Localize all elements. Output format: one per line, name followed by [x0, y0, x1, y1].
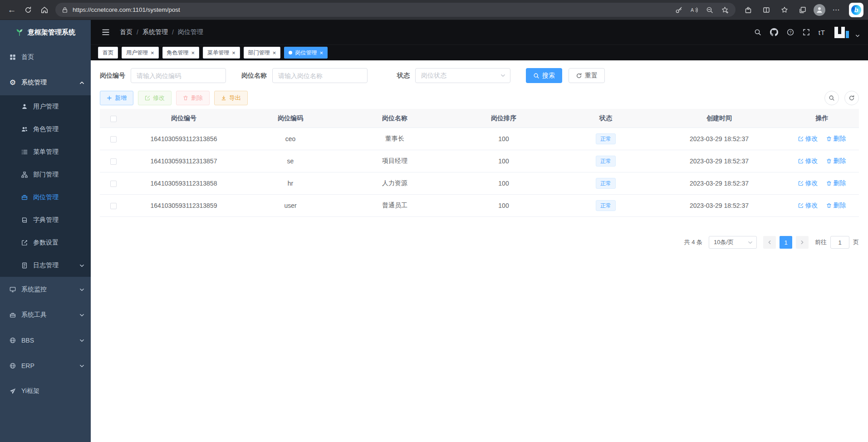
- briefcase-icon: [21, 194, 28, 201]
- sidebar-item-system-monitor[interactable]: 系统监控: [0, 277, 91, 302]
- row-checkbox[interactable]: [110, 158, 117, 165]
- prev-page-button[interactable]: [763, 236, 776, 249]
- page-content: 岗位编号 岗位名称 状态 岗位状态 搜索 重置: [91, 60, 868, 442]
- user-avatar-logo[interactable]: [834, 26, 849, 39]
- sidebar-item-dict-mgmt[interactable]: 字典管理: [0, 209, 91, 231]
- post-code-input[interactable]: [131, 68, 226, 83]
- chevron-down-icon: [79, 313, 84, 318]
- tab-user-mgmt[interactable]: 用户管理 ×: [122, 47, 159, 59]
- back-button[interactable]: ←: [4, 2, 20, 18]
- tab-close-icon[interactable]: ×: [273, 50, 276, 56]
- sidebar-item-post-mgmt[interactable]: 岗位管理: [0, 186, 91, 209]
- reset-button[interactable]: 重置: [569, 68, 605, 83]
- refresh-table-button[interactable]: [844, 91, 859, 105]
- cell-post-name: 董事长: [340, 135, 449, 143]
- globe-icon: [9, 362, 16, 369]
- tab-role-mgmt[interactable]: 角色管理 ×: [162, 47, 200, 59]
- github-link[interactable]: [770, 28, 778, 36]
- refresh-button[interactable]: [20, 2, 36, 18]
- site-info-lock-icon[interactable]: [62, 7, 68, 13]
- password-key-button[interactable]: [672, 4, 686, 16]
- cell-created: 2023-03-29 18:52:37: [653, 202, 785, 209]
- profile-avatar[interactable]: [814, 4, 825, 16]
- row-checkbox[interactable]: [110, 136, 117, 142]
- tab-post-mgmt-active[interactable]: 岗位管理 ×: [284, 47, 328, 59]
- settings-more-button[interactable]: ⋯: [828, 2, 844, 18]
- tab-dept-mgmt[interactable]: 部门管理 ×: [244, 47, 281, 59]
- table-row: 1641030593112313858 hr 人力资源 100 正常 2023-…: [100, 172, 859, 195]
- row-delete-link[interactable]: 删除: [826, 135, 846, 143]
- page-number-current[interactable]: 1: [780, 236, 792, 249]
- sidebar-item-param-settings[interactable]: 参数设置: [0, 231, 91, 254]
- next-page-button[interactable]: [796, 236, 809, 249]
- export-button[interactable]: 导出: [214, 91, 248, 105]
- delete-button[interactable]: 删除: [176, 91, 210, 105]
- row-edit-link[interactable]: 修改: [798, 179, 818, 187]
- goto-page-input[interactable]: [830, 236, 849, 249]
- tab-menu-mgmt[interactable]: 菜单管理 ×: [203, 47, 240, 59]
- row-checkbox[interactable]: [110, 203, 117, 209]
- collections-button[interactable]: [794, 2, 811, 18]
- breadcrumb-system-mgmt[interactable]: 系统管理: [142, 28, 168, 36]
- tab-label: 部门管理: [248, 49, 270, 57]
- row-delete-link[interactable]: 删除: [826, 179, 846, 187]
- address-bar[interactable]: https://ccnetcore.com:1101/system/post A: [55, 3, 736, 17]
- sidebar-item-bbs[interactable]: BBS: [0, 328, 91, 353]
- sidebar-item-system-tools[interactable]: 系统工具: [0, 302, 91, 328]
- add-favorite-button[interactable]: [718, 4, 732, 16]
- favorites-button[interactable]: [776, 2, 793, 18]
- sidebar-item-home[interactable]: 首页: [0, 44, 91, 70]
- status-badge: 正常: [596, 133, 616, 144]
- tab-close-icon[interactable]: ×: [151, 50, 154, 56]
- help-button[interactable]: ?: [787, 29, 794, 36]
- tab-home[interactable]: 首页: [98, 47, 118, 59]
- extensions-button[interactable]: [740, 2, 756, 18]
- sidebar-item-user-mgmt[interactable]: 用户管理: [0, 95, 91, 118]
- edit-button[interactable]: 修改: [138, 91, 172, 105]
- sidebar-item-menu-mgmt[interactable]: 菜单管理: [0, 141, 91, 163]
- sidebar-item-log-mgmt[interactable]: 日志管理: [0, 254, 91, 277]
- col-post-name: 岗位名称: [340, 114, 449, 123]
- row-delete-link[interactable]: 删除: [826, 157, 846, 165]
- copilot-button[interactable]: b: [849, 3, 863, 17]
- sidebar-toggle-button[interactable]: [98, 25, 113, 40]
- header-search-button[interactable]: [754, 29, 761, 36]
- font-size-button[interactable]: tT: [819, 29, 825, 36]
- row-edit-link[interactable]: 修改: [798, 201, 818, 210]
- tab-close-icon[interactable]: ×: [319, 50, 323, 56]
- tab-close-icon[interactable]: ×: [232, 50, 235, 56]
- home-button[interactable]: [36, 2, 53, 18]
- select-all-checkbox[interactable]: [110, 116, 117, 122]
- row-checkbox[interactable]: [110, 181, 117, 187]
- search-button[interactable]: 搜索: [526, 68, 562, 83]
- table-row: 1641030593112313857 se 项目经理 100 正常 2023-…: [100, 150, 859, 172]
- split-screen-button[interactable]: [758, 2, 775, 18]
- cell-post-sort: 100: [449, 202, 558, 209]
- sidebar-item-yi-framework[interactable]: Yi框架: [0, 378, 91, 404]
- sidebar-item-role-mgmt[interactable]: 角色管理: [0, 118, 91, 141]
- goto-page: 前往 页: [815, 236, 859, 249]
- zoom-button[interactable]: [703, 4, 716, 16]
- fullscreen-button[interactable]: [803, 29, 810, 36]
- row-delete-link[interactable]: 删除: [826, 201, 846, 210]
- breadcrumb-separator: /: [137, 29, 138, 36]
- read-aloud-button[interactable]: A: [687, 4, 701, 16]
- tab-close-icon[interactable]: ×: [191, 50, 195, 56]
- cell-post-name: 普通员工: [340, 201, 449, 210]
- page-size-select[interactable]: 10条/页: [709, 236, 757, 249]
- row-edit-link[interactable]: 修改: [798, 157, 818, 165]
- sidebar-item-system-mgmt[interactable]: ⚙ 系统管理: [0, 70, 91, 95]
- sidebar-item-erp[interactable]: ERP: [0, 353, 91, 378]
- split-screen-icon: [763, 6, 770, 14]
- breadcrumb-home[interactable]: 首页: [120, 28, 132, 36]
- chevron-left-icon: [767, 240, 772, 245]
- user-dropdown-caret-icon[interactable]: [855, 34, 860, 38]
- edit-button-label: 修改: [153, 94, 165, 102]
- table-row: 1641030593112313859 user 普通员工 100 正常 202…: [100, 195, 859, 217]
- status-select[interactable]: 岗位状态: [415, 68, 510, 83]
- sidebar-item-dept-mgmt[interactable]: 部门管理: [0, 163, 91, 186]
- row-edit-link[interactable]: 修改: [798, 135, 818, 143]
- post-name-input[interactable]: [272, 68, 368, 83]
- toggle-search-button[interactable]: [824, 91, 839, 105]
- add-button[interactable]: 新增: [100, 91, 133, 105]
